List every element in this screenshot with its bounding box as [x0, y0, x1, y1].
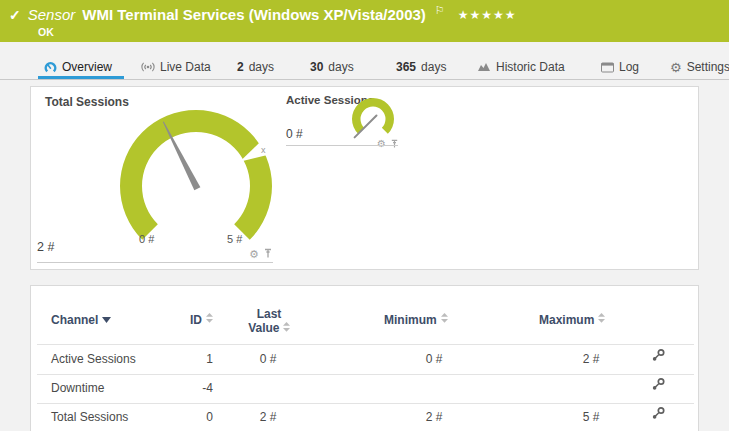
gauge-limit-marker: x: [261, 145, 266, 155]
total-gauge-max-label: 5 #: [227, 233, 242, 245]
sensor-title: WMI Terminal Services (Windows XP/Vista/…: [82, 6, 426, 23]
tab-2-days-number: 2: [237, 60, 244, 74]
last-value-header-line2: Value: [236, 321, 302, 335]
tab-overview-label: Overview: [62, 60, 112, 74]
channel-minimum: 0 #: [404, 352, 464, 366]
tab-365-days-unit: days: [421, 60, 446, 74]
column-header-minimum[interactable]: Minimum: [384, 313, 448, 327]
active-sessions-current-value: 0 #: [286, 127, 303, 141]
tab-settings-label: Settings: [687, 60, 729, 74]
channel-id: 0: [141, 410, 213, 424]
column-header-last-value[interactable]: Last Value: [236, 307, 302, 335]
total-gauge-min-label: 0 #: [139, 233, 154, 245]
sort-icon: [206, 313, 213, 323]
active-widget-actions: ⚙: [377, 135, 399, 153]
channel-header-label: Channel: [51, 313, 98, 327]
id-header-label: ID: [190, 313, 202, 327]
sort-icon: [283, 322, 290, 332]
total-sessions-current-value: 2 #: [37, 240, 54, 254]
tab-30-days-unit: days: [328, 60, 353, 74]
channels-table-panel: Channel ID Last Value Minimum Maximum Ac…: [30, 285, 699, 431]
channel-last-value: 0 #: [238, 352, 298, 366]
tab-historic-data-label: Historic Data: [496, 60, 565, 74]
row-divider: [37, 403, 694, 404]
total-widget-divider: [37, 262, 273, 263]
object-kind-label: Sensor: [28, 6, 76, 23]
tab-settings[interactable]: ⚙ Settings: [670, 55, 729, 79]
status-badge: OK: [38, 26, 54, 38]
row-divider: [37, 374, 694, 375]
sort-icon: [441, 313, 448, 323]
channel-minimum: 2 #: [404, 410, 464, 424]
historic-chart-icon: [477, 61, 491, 73]
sort-icon: [598, 313, 605, 323]
tab-365-days[interactable]: 365 days: [396, 55, 446, 79]
gauge-icon: [44, 61, 57, 74]
live-data-icon: [141, 61, 155, 73]
channel-settings-icon[interactable]: [651, 348, 665, 366]
tab-live-data[interactable]: Live Data: [141, 55, 211, 79]
channel-settings-icon[interactable]: [651, 406, 665, 424]
settings-gear-icon: ⚙: [670, 60, 682, 75]
last-value-header-line1: Last: [236, 307, 302, 321]
tab-365-days-number: 365: [396, 60, 416, 74]
tab-bar: Overview Live Data 2 days 30 days 365 da…: [0, 42, 729, 80]
channel-maximum: 5 #: [561, 410, 621, 424]
priority-stars[interactable]: ★★★★★: [458, 8, 517, 22]
total-widget-actions: ⚙: [249, 245, 273, 263]
tab-2-days-unit: days: [249, 60, 274, 74]
row-divider: [37, 344, 694, 345]
channel-name: Downtime: [51, 381, 104, 395]
tab-log[interactable]: Log: [601, 55, 639, 79]
flag-icon: ⚐: [435, 4, 445, 17]
tab-30-days[interactable]: 30 days: [310, 55, 354, 79]
widget-gear-icon[interactable]: ⚙: [377, 139, 386, 149]
column-header-maximum[interactable]: Maximum: [539, 313, 605, 327]
channel-id: 1: [141, 352, 213, 366]
tab-log-label: Log: [619, 60, 639, 74]
widget-gear-icon[interactable]: ⚙: [249, 249, 259, 260]
column-header-id[interactable]: ID: [141, 313, 213, 327]
active-tab-indicator: [38, 76, 124, 79]
status-ok-check-icon: ✓: [9, 7, 21, 23]
maximum-header-label: Maximum: [539, 313, 594, 327]
column-header-channel[interactable]: Channel: [51, 313, 111, 327]
prtg-sensor-page: ✓ Sensor WMI Terminal Services (Windows …: [0, 0, 729, 431]
channel-maximum: 2 #: [561, 352, 621, 366]
tab-live-data-label: Live Data: [160, 60, 211, 74]
channel-name: Total Sessions: [51, 410, 128, 424]
sensor-status-header: ✓ Sensor WMI Terminal Services (Windows …: [0, 0, 729, 42]
channel-id: -4: [141, 381, 213, 395]
channel-last-value: 2 #: [238, 410, 298, 424]
tab-2-days[interactable]: 2 days: [237, 55, 274, 79]
widget-pin-icon[interactable]: [263, 245, 273, 263]
channel-settings-icon[interactable]: [651, 377, 665, 395]
last-value-header-label: Value: [248, 321, 279, 335]
minimum-header-label: Minimum: [384, 313, 437, 327]
log-icon: [601, 62, 614, 73]
active-widget-divider: [286, 145, 398, 146]
channel-name: Active Sessions: [51, 352, 136, 366]
widget-pin-icon[interactable]: [390, 135, 399, 153]
sort-desc-icon: [102, 317, 111, 323]
gauges-panel: Total Sessions x 0 # 5 # 2 # ⚙ Active Se…: [30, 86, 699, 270]
tab-historic-data[interactable]: Historic Data: [477, 55, 565, 79]
tab-30-days-number: 30: [310, 60, 323, 74]
